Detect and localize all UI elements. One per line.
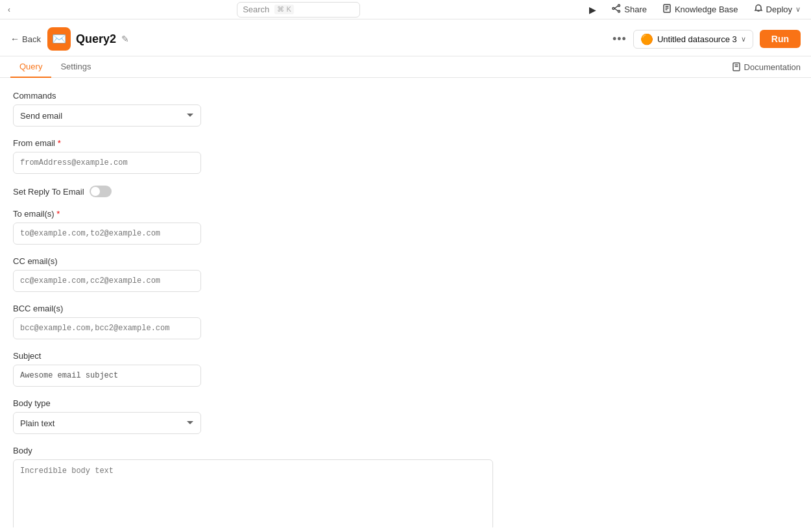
body-label: Body: [13, 446, 798, 455]
documentation-link[interactable]: Documentation: [732, 62, 801, 72]
back-arrow-icon: ←: [10, 34, 19, 44]
documentation-label: Documentation: [744, 62, 801, 72]
body-section: Body: [13, 446, 798, 527]
nav-right: ▶ Share Knowledge Base: [587, 3, 803, 16]
header-right: ••• 🟠 Untitled datasource 3 ∨ Run: [612, 30, 801, 49]
tab-query[interactable]: Query: [10, 56, 51, 78]
body-type-section: Body type Plain text HTML: [13, 398, 798, 434]
more-options-button[interactable]: •••: [612, 33, 627, 45]
bcc-input[interactable]: [13, 317, 201, 339]
reply-to-toggle[interactable]: [90, 186, 112, 197]
knowledge-base-label: Knowledge Base: [675, 5, 738, 14]
subject-input[interactable]: [13, 365, 201, 387]
cc-label: CC email(s): [13, 256, 798, 266]
datasource-label: Untitled datasource 3: [657, 34, 737, 44]
datasource-chevron-icon: ∨: [741, 35, 746, 43]
svg-line-3: [614, 6, 618, 8]
edit-icon[interactable]: ✎: [121, 34, 129, 44]
bcc-label: BCC email(s): [13, 304, 798, 313]
body-type-select[interactable]: Plain text HTML: [13, 412, 201, 434]
from-email-required: *: [58, 138, 61, 148]
reply-to-label: Set Reply To Email: [13, 187, 84, 197]
knowledge-base-button[interactable]: Knowledge Base: [660, 3, 741, 16]
query-title: Query2: [76, 32, 116, 46]
body-type-label: Body type: [13, 398, 798, 408]
search-text: Search: [243, 5, 269, 14]
cc-input[interactable]: [13, 270, 201, 292]
nav-left: ‹: [8, 5, 10, 14]
tabs: Query Settings: [10, 56, 100, 77]
tab-settings[interactable]: Settings: [51, 56, 100, 78]
svg-point-1: [618, 10, 620, 12]
body-textarea[interactable]: [13, 459, 493, 527]
from-email-input[interactable]: [13, 152, 201, 174]
reply-to-row: Set Reply To Email: [13, 186, 798, 197]
from-email-section: From email *: [13, 138, 798, 174]
back-button[interactable]: ← Back: [10, 34, 41, 44]
nav-collapse-icon[interactable]: ‹: [8, 5, 10, 14]
share-button[interactable]: Share: [609, 3, 649, 16]
commands-select[interactable]: Send email Send email with template: [13, 104, 201, 127]
to-emails-required: *: [56, 209, 60, 219]
to-emails-section: To email(s) *: [13, 209, 798, 245]
share-icon: [612, 4, 621, 15]
search-box[interactable]: Search ⌘ K: [237, 2, 360, 18]
datasource-selector[interactable]: 🟠 Untitled datasource 3 ∨: [633, 30, 753, 49]
commands-section: Commands Send email Send email with temp…: [13, 91, 798, 127]
svg-line-4: [614, 8, 618, 11]
play-icon: ▶: [589, 5, 596, 15]
subject-section: Subject: [13, 351, 798, 387]
svg-point-0: [618, 5, 620, 6]
doc-icon: [732, 62, 741, 71]
email-emoji: ✉️: [52, 32, 66, 46]
query-icon: ✉️: [47, 27, 71, 51]
nav-center: Search ⌘ K: [237, 2, 360, 18]
top-nav: ‹ Search ⌘ K ▶ Share: [0, 0, 811, 19]
bcc-section: BCC email(s): [13, 304, 798, 339]
to-emails-label: To email(s) *: [13, 209, 798, 219]
query-info: ✉️ Query2 ✎: [47, 27, 129, 51]
run-button[interactable]: Run: [760, 30, 801, 48]
deploy-label: Deploy: [766, 5, 792, 14]
search-shortcut: ⌘ K: [274, 5, 293, 14]
page-header: ← Back ✉️ Query2 ✎ ••• 🟠 Untitled dataso…: [0, 19, 811, 56]
datasource-icon: 🟠: [640, 33, 653, 45]
tabs-row: Query Settings Documentation: [0, 56, 811, 78]
from-email-label: From email *: [13, 138, 798, 148]
deploy-chevron-icon: ∨: [795, 5, 801, 14]
bell-icon: [754, 4, 763, 15]
commands-label: Commands: [13, 91, 798, 101]
to-emails-input[interactable]: [13, 223, 201, 245]
header-left: ← Back ✉️ Query2 ✎: [10, 27, 129, 51]
main-content: Commands Send email Send email with temp…: [0, 78, 811, 527]
cc-section: CC email(s): [13, 256, 798, 292]
play-button[interactable]: ▶: [587, 3, 599, 16]
share-label: Share: [624, 5, 647, 14]
book-icon: [662, 4, 672, 15]
back-label: Back: [22, 34, 41, 44]
deploy-button[interactable]: Deploy ∨: [751, 3, 803, 16]
svg-point-2: [612, 8, 614, 10]
subject-label: Subject: [13, 351, 798, 361]
